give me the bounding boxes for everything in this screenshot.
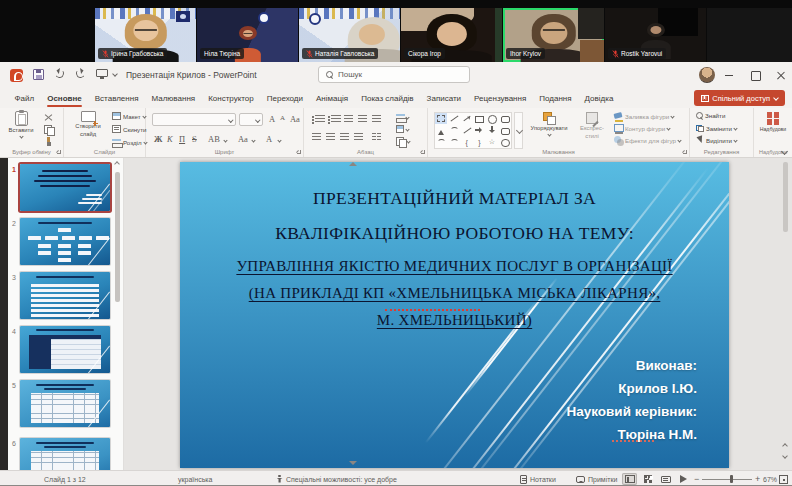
increase-indent-icon[interactable] bbox=[358, 114, 367, 123]
underline-button[interactable]: П bbox=[179, 134, 185, 144]
grow-font-button[interactable]: А bbox=[269, 114, 275, 124]
slide-thumbnail-2[interactable] bbox=[20, 218, 110, 265]
shapes-gallery[interactable]: { } ☆ bbox=[434, 112, 512, 149]
slide-thumbnail-6[interactable] bbox=[20, 438, 110, 470]
highlight-button[interactable]: АВ bbox=[208, 134, 220, 144]
line-spacing-icon[interactable] bbox=[372, 114, 381, 123]
shape-smiley-icon[interactable] bbox=[501, 138, 509, 146]
tab-insert[interactable]: Вставлення bbox=[88, 88, 145, 108]
change-case-button[interactable]: Аа bbox=[238, 134, 248, 144]
slide-thumbnail-4[interactable] bbox=[20, 326, 110, 373]
tab-record[interactable]: Записати bbox=[420, 88, 468, 108]
fit-slide-to-window-icon[interactable] bbox=[779, 475, 788, 484]
dialog-launcher-icon[interactable] bbox=[297, 150, 301, 154]
slide-author-textbox[interactable]: Виконав: Крилов І.Ю. Науковий керівник: … bbox=[566, 354, 697, 446]
font-name-combobox[interactable] bbox=[152, 113, 236, 126]
tab-file[interactable]: Файл bbox=[8, 88, 41, 108]
tab-slideshow[interactable]: Показ слайдів bbox=[355, 88, 420, 108]
shape-scribble-icon[interactable] bbox=[437, 138, 445, 146]
shared-screen-handle-bottom-icon[interactable] bbox=[349, 461, 357, 469]
align-right-icon[interactable] bbox=[340, 132, 349, 141]
shrink-font-button[interactable]: А bbox=[280, 114, 285, 122]
tab-view[interactable]: Подання bbox=[533, 88, 578, 108]
replace-button[interactable]: Замінити bbox=[696, 124, 737, 132]
previous-slide-icon[interactable] bbox=[782, 443, 788, 449]
slide-editor[interactable]: ПРЕЗЕНТАЦІЙНИЙ МАТЕРІАЛ ЗА КВАЛІФІКАЦІЙН… bbox=[180, 162, 729, 468]
tab-transitions[interactable]: Переходи bbox=[260, 88, 309, 108]
shape-rectangle-icon[interactable] bbox=[475, 115, 483, 123]
undo-icon[interactable] bbox=[54, 68, 64, 78]
close-button[interactable] bbox=[774, 68, 788, 82]
shape-rounded-rect-icon[interactable] bbox=[501, 115, 509, 123]
share-button[interactable]: Спільний доступ bbox=[694, 90, 785, 106]
reset-button[interactable]: Скинути bbox=[112, 125, 146, 133]
redo-icon[interactable] bbox=[75, 68, 85, 78]
shape-arc-icon[interactable] bbox=[450, 138, 458, 146]
decrease-indent-icon[interactable] bbox=[344, 114, 353, 123]
shape-brace-right-icon[interactable]: } bbox=[478, 139, 480, 146]
tab-review[interactable]: Рецензування bbox=[468, 88, 533, 108]
shape-outline-button[interactable]: Контур фігури bbox=[614, 124, 670, 133]
new-slide-button[interactable]: Створити слайд bbox=[67, 111, 109, 137]
shape-elbow-icon[interactable] bbox=[463, 126, 471, 134]
slide-sorter-view-button[interactable] bbox=[640, 473, 655, 485]
columns-icon[interactable] bbox=[372, 132, 381, 141]
dialog-launcher-icon[interactable] bbox=[421, 150, 425, 154]
slide-thumbnail-1[interactable] bbox=[20, 164, 110, 211]
font-size-combobox[interactable] bbox=[239, 113, 263, 126]
align-left-icon[interactable] bbox=[312, 132, 321, 141]
reading-view-button[interactable] bbox=[658, 473, 673, 485]
arrange-button[interactable]: Упорядкувати bbox=[527, 112, 571, 136]
start-slideshow-icon[interactable] bbox=[96, 69, 108, 77]
addins-button[interactable]: Надбудови bbox=[758, 112, 788, 133]
restore-button[interactable] bbox=[748, 68, 762, 82]
justify-icon[interactable] bbox=[354, 132, 363, 141]
tab-animations[interactable]: Анімація bbox=[310, 88, 355, 108]
quick-access-customize-icon[interactable] bbox=[112, 71, 118, 77]
shapes-gallery-more-button[interactable] bbox=[514, 112, 523, 149]
user-avatar[interactable] bbox=[699, 67, 715, 83]
scroll-up-icon[interactable] bbox=[114, 161, 120, 167]
tab-design[interactable]: Конструктор bbox=[202, 88, 261, 108]
zoom-slider-thumb[interactable] bbox=[730, 475, 733, 483]
scrollbar-thumb[interactable] bbox=[783, 162, 788, 232]
convert-smartart-button[interactable] bbox=[396, 137, 410, 146]
shape-oval-icon[interactable] bbox=[488, 115, 496, 123]
tab-home[interactable]: Основне bbox=[41, 88, 89, 108]
quick-styles-button[interactable]: Експрес- стилі bbox=[574, 112, 610, 139]
cut-icon[interactable] bbox=[44, 113, 53, 122]
slide-scrollbar[interactable] bbox=[781, 160, 790, 472]
participant-tile[interactable]: Rostik Yarovui bbox=[605, 8, 706, 62]
participant-tile-active-speaker[interactable]: Ihor Krylov bbox=[503, 8, 604, 62]
bold-button[interactable]: Ж bbox=[154, 134, 162, 144]
slideshow-view-button[interactable] bbox=[676, 473, 691, 485]
shape-fill-button[interactable]: Заливка фігури bbox=[614, 112, 674, 121]
slide-thumbnail-3[interactable] bbox=[20, 272, 110, 319]
scrollbar-thumb[interactable] bbox=[115, 172, 120, 302]
participant-tile[interactable]: Наталія Гавловська bbox=[299, 8, 400, 62]
next-slide-icon[interactable] bbox=[782, 453, 788, 459]
bullets-icon[interactable] bbox=[312, 114, 321, 123]
dialog-launcher-icon[interactable] bbox=[57, 150, 61, 154]
italic-button[interactable]: К bbox=[167, 134, 173, 144]
normal-view-button[interactable] bbox=[622, 473, 637, 485]
shared-screen-handle-top-icon[interactable] bbox=[349, 158, 357, 166]
shape-select-icon[interactable] bbox=[435, 113, 447, 124]
participant-tile[interactable]: Ірина Грабовська bbox=[95, 8, 196, 62]
tab-draw[interactable]: Малювання bbox=[145, 88, 202, 108]
participant-tile[interactable]: Сікора Ігор bbox=[401, 8, 502, 62]
copy-icon[interactable] bbox=[44, 125, 53, 134]
shape-arrow-down-icon[interactable] bbox=[488, 126, 496, 134]
select-button[interactable]: Виділити bbox=[696, 136, 737, 144]
strikethrough-button[interactable]: S bbox=[192, 134, 197, 144]
shape-star-icon[interactable]: ☆ bbox=[489, 138, 495, 146]
align-text-button[interactable] bbox=[396, 125, 409, 133]
minimize-button[interactable] bbox=[722, 68, 736, 82]
shape-effects-button[interactable]: Ефекти для фігур bbox=[614, 136, 681, 145]
paste-button[interactable]: Вставити bbox=[6, 111, 36, 138]
shape-arrow-right-icon[interactable] bbox=[475, 126, 483, 134]
font-color-button[interactable]: А bbox=[266, 134, 272, 144]
zoom-slider-track[interactable] bbox=[702, 479, 752, 480]
layout-button[interactable]: Макет bbox=[112, 112, 146, 120]
format-painter-icon[interactable] bbox=[44, 137, 53, 146]
